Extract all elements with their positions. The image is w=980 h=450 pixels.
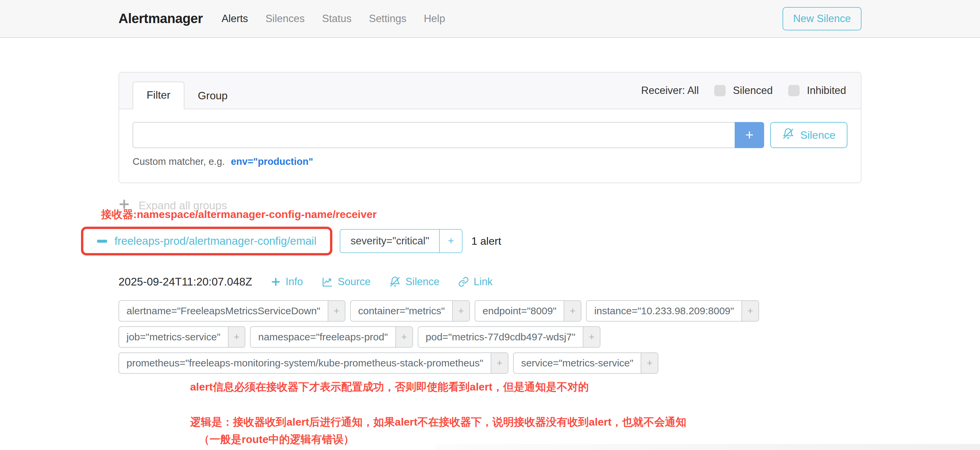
link-action[interactable]: Link: [458, 276, 493, 288]
label-chip-endpoint: endpoint="8009" +: [475, 300, 582, 322]
silence-button[interactable]: Silence: [770, 122, 848, 148]
bell-slash-icon: [389, 276, 401, 287]
nav-item-status[interactable]: Status: [322, 13, 352, 25]
link-action-label: Link: [474, 276, 493, 288]
alert-count: 1 alert: [471, 235, 501, 247]
label-text: job="metrics-service": [119, 327, 228, 347]
source-action[interactable]: Source: [321, 276, 371, 288]
annotation-logic-note: 逻辑是：接收器收到alert后进行通知，如果alert不在接收器下，说明接收器没…: [190, 413, 862, 448]
label-add-button[interactable]: +: [583, 327, 600, 347]
silenced-checkbox[interactable]: [714, 85, 725, 96]
alert-labels: alertname="FreeleapsMetricsServiceDown" …: [118, 300, 862, 374]
label-add-button[interactable]: +: [564, 301, 581, 321]
add-matcher-button[interactable]: +: [735, 122, 764, 148]
nav-item-silences[interactable]: Silences: [266, 13, 305, 25]
label-chip-instance: instance="10.233.98.209:8009" +: [586, 300, 759, 322]
app-title: Alertmanager: [118, 11, 203, 26]
label-chip-service: service="metrics-service" +: [513, 352, 659, 374]
tab-group[interactable]: Group: [185, 83, 241, 109]
matcher-hint-example-link[interactable]: env="production": [231, 156, 313, 167]
silence-action-label: Silence: [405, 276, 439, 288]
label-chip-job: job="metrics-service" +: [118, 326, 245, 348]
filter-panel: Filter Group Receiver: All Silenced Inhi…: [118, 72, 862, 183]
group-receiver-label: freeleaps-prod/alertmanager-config/email: [115, 235, 316, 247]
label-chip-alertname: alertname="FreeleapsMetricsServiceDown" …: [118, 300, 345, 322]
source-action-label: Source: [338, 276, 371, 288]
inhibited-checkbox[interactable]: [788, 85, 800, 96]
label-add-button[interactable]: +: [452, 301, 469, 321]
silenced-checkbox-label: Silenced: [733, 85, 773, 97]
silence-button-label: Silence: [800, 129, 835, 141]
alert-header-row: 2025-09-24T11:20:07.048Z Info Source: [118, 276, 862, 288]
minus-icon: [97, 240, 107, 243]
inhibited-checkbox-label: Inhibited: [807, 85, 846, 97]
top-navbar: Alertmanager Alerts Silences Status Sett…: [0, 0, 980, 38]
label-add-button[interactable]: +: [395, 327, 412, 347]
annotation-alert-note: alert信息必须在接收器下才表示配置成功，否则即使能看到alert，但是通知是…: [190, 380, 862, 395]
matcher-hint-text: Custom matcher, e.g.: [132, 156, 225, 167]
label-add-button[interactable]: +: [641, 353, 658, 373]
bottom-partial-element: [434, 444, 980, 450]
info-action[interactable]: Info: [271, 276, 303, 288]
nav-item-settings[interactable]: Settings: [369, 13, 406, 25]
red-annotation-box: freeleaps-prod/alertmanager-config/email: [81, 227, 332, 255]
group-matcher-chip: severity="critical" +: [340, 229, 463, 253]
filter-panel-header: Filter Group Receiver: All Silenced Inhi…: [119, 73, 861, 109]
group-matcher-add-button[interactable]: +: [439, 230, 462, 252]
label-add-button[interactable]: +: [741, 301, 759, 321]
new-silence-button[interactable]: New Silence: [783, 7, 862, 30]
main-nav: Alerts Silences Status Settings Help: [221, 13, 445, 25]
silence-action[interactable]: Silence: [389, 276, 439, 288]
alert-timestamp: 2025-09-24T11:20:07.048Z: [118, 276, 252, 288]
label-chip-prometheus: prometheus="freeleaps-monitoring-system/…: [118, 352, 508, 374]
label-text: container="metrics": [351, 301, 452, 321]
inhibited-checkbox-group[interactable]: Inhibited: [788, 85, 846, 97]
label-text: prometheus="freeleaps-monitoring-system/…: [119, 353, 491, 373]
chart-icon: [321, 276, 333, 287]
filter-panel-body: + Silence Custom matcher, e.g. env="prod: [119, 109, 861, 182]
bell-slash-icon: [782, 128, 794, 143]
label-text: endpoint="8009": [475, 301, 564, 321]
annotation-logic-line1: 逻辑是：接收器收到alert后进行通知，如果alert不在接收器下，说明接收器没…: [190, 413, 862, 431]
receiver-dropdown[interactable]: Receiver: All: [641, 85, 699, 97]
link-icon: [458, 276, 469, 287]
plus-icon: [271, 277, 281, 287]
label-chip-namespace: namespace="freeleaps-prod" +: [250, 326, 413, 348]
label-text: alertname="FreeleapsMetricsServiceDown": [119, 301, 328, 321]
label-add-button[interactable]: +: [328, 301, 345, 321]
nav-item-alerts[interactable]: Alerts: [221, 13, 248, 25]
label-text: pod="metrics-77d9cdb497-wdsj7": [418, 327, 583, 347]
alert-group-row: freeleaps-prod/alertmanager-config/email…: [118, 227, 862, 255]
label-text: namespace="freeleaps-prod": [251, 327, 395, 347]
info-action-label: Info: [285, 276, 303, 288]
silenced-checkbox-group[interactable]: Silenced: [714, 85, 773, 97]
label-chip-container: container="metrics" +: [350, 300, 470, 322]
label-chip-pod: pod="metrics-77d9cdb497-wdsj7" +: [418, 326, 600, 348]
tab-filter[interactable]: Filter: [132, 82, 185, 109]
nav-item-help[interactable]: Help: [424, 13, 445, 25]
annotation-receiver-note: 接收器:namespace/altermanager-config-name/r…: [101, 207, 844, 222]
group-receiver-button[interactable]: freeleaps-prod/alertmanager-config/email: [85, 231, 328, 251]
group-matcher-label[interactable]: severity="critical": [340, 230, 439, 252]
matcher-input[interactable]: [132, 122, 735, 148]
label-add-button[interactable]: +: [228, 327, 245, 347]
label-text: instance="10.233.98.209:8009": [587, 301, 741, 321]
label-add-button[interactable]: +: [491, 353, 508, 373]
label-text: service="metrics-service": [514, 353, 641, 373]
